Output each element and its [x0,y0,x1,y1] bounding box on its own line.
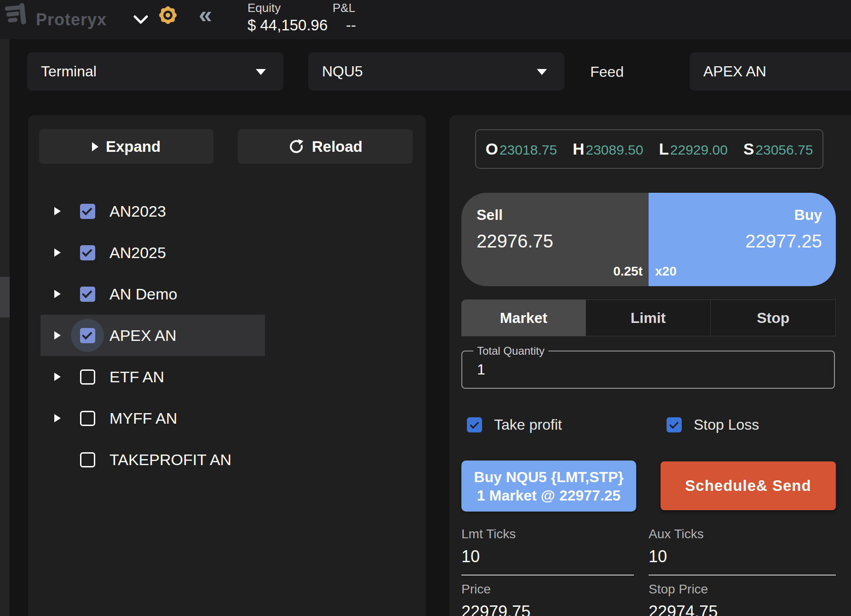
feed-select[interactable]: APEX AN [690,52,851,91]
total-quantity-input[interactable] [477,351,817,388]
reload-button[interactable]: Reload [238,129,413,164]
account-label: AN2025 [109,244,166,262]
stop-loss-toggle[interactable]: Stop Loss [667,416,759,433]
account-tree-row[interactable]: MYFF AN [40,397,265,439]
stop-price-field[interactable]: Stop Price22974.75 [649,582,836,616]
dropdown-caret-icon [256,69,266,75]
account-checkbox[interactable] [80,411,95,426]
tree-expand-arrow-icon[interactable] [54,290,61,298]
account-tree-row[interactable]: AN2023 [40,190,265,232]
submit-order-line2: 1 Market @ 22977.25 [461,486,636,505]
feed-select-value: APEX AN [703,63,766,80]
left-scrollbar[interactable] [0,39,10,616]
chevron-down-icon[interactable] [133,15,149,24]
sell-price: 22976.75 [477,231,649,252]
order-type-tabs: Market Limit Stop [461,299,836,336]
schedule-send-button[interactable]: Schedule& Send [661,461,836,510]
proteryx-logo-icon [5,2,30,28]
account-label: AN2023 [109,202,166,220]
tree-expand-arrow-icon[interactable] [54,207,61,215]
buy-button[interactable]: Buy 22977.25 x20 [649,193,836,286]
field-label: Stop Price [649,582,836,597]
order-panel: O 23018.75 H 23089.50 L 22929.00 S 23056… [449,115,851,616]
total-quantity-field: Total Quantity [461,351,835,389]
buy-price: 22977.25 [649,231,822,252]
account-checkbox[interactable] [80,245,95,260]
checkbox-halo [71,236,104,269]
ohlc-summary: O 23018.75 H 23089.50 L 22929.00 S 23056… [475,129,823,169]
ohlc-pair: S 23056.75 [743,140,813,158]
submit-order-button[interactable]: Buy NQU5 {LMT,STP} 1 Market @ 22977.25 [461,461,636,512]
checkbox-halo [71,402,104,435]
take-profit-toggle[interactable]: Take profit [467,416,562,433]
ohlc-value: 23089.50 [586,142,643,158]
field-value: 22974.75 [649,602,836,616]
ohlc-pair: L 22929.00 [659,140,728,158]
order-type-tab[interactable]: Limit [586,299,711,336]
ohlc-value: 23018.75 [500,142,557,158]
ohlc-value: 22929.00 [670,142,728,158]
tree-expand-arrow-icon[interactable] [54,248,61,257]
account-tree-row[interactable]: AN2025 [40,232,265,273]
accounts-panel: Expand Reload AN2023 AN2025 AN Demo [28,115,426,616]
account-tree-row[interactable]: AN Demo [40,273,265,315]
account-checkbox[interactable] [80,204,95,219]
account-label: MYFF AN [109,409,177,427]
pnl-value: -- [346,17,356,34]
ohlc-value: 23056.75 [755,142,813,158]
account-tree-row[interactable]: TAKEPROFIT AN [40,439,265,480]
expand-button[interactable]: Expand [39,129,213,164]
ohlc-pair: H 23089.50 [573,140,643,158]
field-value: 10 [649,547,836,566]
dropdown-caret-icon [537,69,547,75]
sell-label: Sell [477,207,649,224]
take-profit-checkbox[interactable] [467,417,482,432]
ohlc-key: S [743,140,754,158]
tree-expand-arrow-icon[interactable] [54,373,61,381]
account-checkbox[interactable] [80,328,95,343]
module-select[interactable]: Terminal [27,52,283,91]
module-select-value: Terminal [41,63,97,80]
aux-ticks-field[interactable]: Aux Ticks10 [649,527,836,576]
checkbox-halo [71,319,104,352]
feed-label: Feed [590,63,624,81]
field-label: Aux Ticks [649,527,836,541]
reload-button-label: Reload [312,138,362,155]
collapse-double-chevron-icon[interactable]: « [199,1,212,29]
account-checkbox[interactable] [80,369,95,385]
symbol-select-value: NQU5 [322,63,363,80]
equity-label: Equity [247,1,281,15]
pnl-label: P&L [333,1,355,15]
tree-expand-arrow-icon[interactable] [54,414,61,422]
price-field[interactable]: Price22979.75 [461,582,634,616]
submit-order-line1: Buy NQU5 {LMT,STP} [461,468,636,486]
expand-triangle-icon [92,142,98,151]
field-value: 22979.75 [461,602,634,616]
order-type-tab[interactable]: Market [461,299,586,336]
buy-label: Buy [649,207,822,224]
account-checkbox[interactable] [80,287,95,302]
field-label: Lmt Ticks [461,527,634,541]
checkbox-halo [71,360,104,393]
take-profit-label: Take profit [494,416,562,433]
symbol-select[interactable]: NQU5 [308,52,564,91]
theme-sun-icon[interactable] [157,4,179,26]
lmt-ticks-field[interactable]: Lmt Ticks10 [461,527,634,576]
field-label: Price [461,582,634,597]
account-checkbox[interactable] [80,452,95,467]
account-tree-row[interactable]: ETF AN [40,356,265,397]
sell-button[interactable]: Sell 22976.75 0.25t [461,193,649,286]
ohlc-key: H [573,140,584,158]
account-label: APEX AN [109,327,177,345]
field-value: 10 [461,547,634,566]
account-tree-row[interactable]: APEX AN [40,315,265,356]
accounts-tree: AN2023 AN2025 AN Demo APEX AN ETF AN [28,190,426,480]
stop-loss-label: Stop Loss [694,416,759,433]
order-type-tab[interactable]: Stop [710,299,836,336]
checkbox-halo [71,443,104,476]
stop-loss-checkbox[interactable] [667,417,682,432]
checkbox-halo [71,277,104,311]
scrollbar-thumb[interactable] [0,277,10,317]
ohlc-key: O [486,140,498,158]
tree-expand-arrow-icon[interactable] [54,331,61,340]
